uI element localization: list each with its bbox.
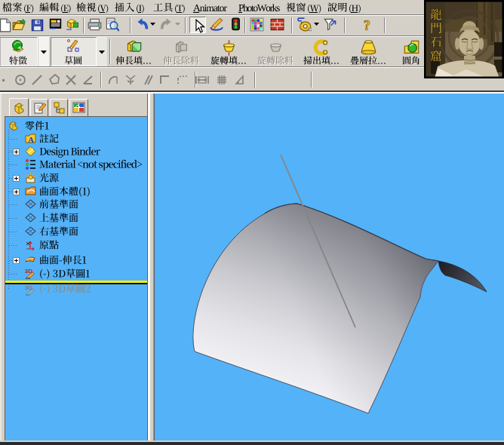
svg-text:A: A: [28, 135, 34, 144]
svg-text:?: ?: [364, 18, 370, 32]
